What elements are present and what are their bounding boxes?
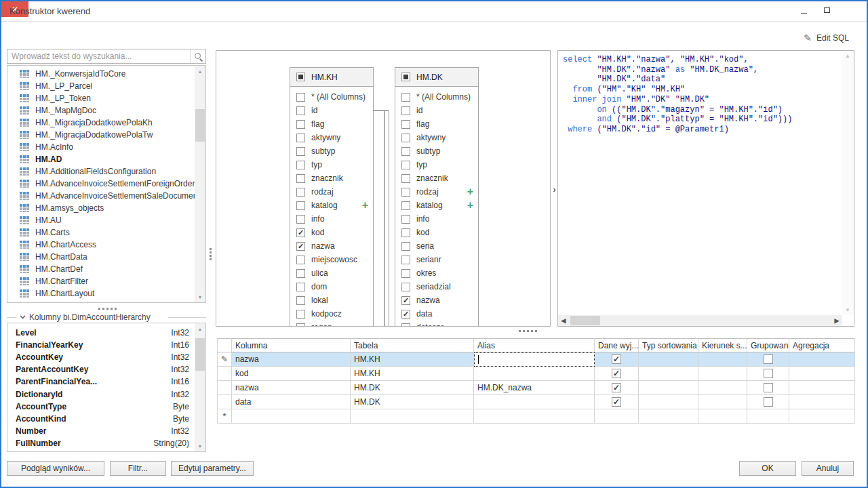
cell-agregacja[interactable]: [789, 352, 855, 367]
cell-alias[interactable]: [474, 395, 595, 409]
column-checkbox[interactable]: [296, 269, 305, 278]
scroll-up-icon[interactable]: ▲: [195, 66, 205, 77]
table-column-row[interactable]: miejscowosc: [290, 253, 373, 266]
table-list-item[interactable]: HM.amsys_objects: [7, 202, 195, 214]
column-checkbox[interactable]: [296, 242, 305, 251]
cell-grupowanie[interactable]: [747, 367, 789, 381]
table-list-item[interactable]: HM.AdvanceInvoiceSettlementSaleDocument: [7, 190, 195, 202]
column-checkbox[interactable]: [296, 228, 305, 237]
grid-header-cell[interactable]: Tabela: [351, 338, 474, 352]
table-column-row[interactable]: typ: [290, 158, 373, 171]
table-list-item[interactable]: HM._LP_Token: [7, 92, 195, 104]
cell-dane-wyjsciowe[interactable]: [595, 395, 639, 409]
scroll-down-icon[interactable]: ▼: [195, 441, 205, 451]
column-list-item[interactable]: AccountTypeByte: [7, 401, 195, 413]
table-column-row[interactable]: rodzaj: [290, 185, 373, 199]
column-checkbox[interactable]: [401, 242, 410, 251]
add-join-icon[interactable]: +: [362, 199, 368, 211]
cell-kierunek[interactable]: [698, 367, 747, 381]
table-list-item[interactable]: HM._MigracjaDodatkowePolaKh: [7, 117, 195, 129]
column-list-item[interactable]: AccountKeyInt32: [7, 351, 195, 363]
output-checkbox[interactable]: [612, 383, 621, 392]
column-checkbox[interactable]: [401, 120, 410, 129]
empty-cell[interactable]: [232, 409, 351, 424]
table-column-row[interactable]: nazwa: [395, 293, 478, 307]
scroll-right-icon[interactable]: ▶: [831, 315, 842, 326]
column-checkbox[interactable]: [296, 147, 305, 156]
table-list-item[interactable]: HM._KonwersjaIdToCore: [7, 68, 195, 80]
grid-header-cell[interactable]: Typ sortowania: [639, 338, 698, 352]
table-column-row[interactable]: info: [290, 212, 373, 226]
column-checkbox[interactable]: [401, 296, 410, 305]
column-checkbox[interactable]: [296, 215, 305, 224]
empty-cell[interactable]: [698, 409, 747, 424]
cell-agregacja[interactable]: [789, 381, 855, 395]
column-checkbox[interactable]: [296, 134, 305, 142]
column-checkbox[interactable]: [401, 323, 410, 327]
diagram-panel[interactable]: HM.KH* (All Columns)idflagaktywnysubtypt…: [216, 50, 551, 327]
column-checkbox[interactable]: [296, 106, 305, 115]
table-column-row[interactable]: subtyp: [395, 144, 478, 158]
grid-header-cell[interactable]: Grupowanie: [747, 338, 789, 352]
table-column-row[interactable]: lokal: [290, 293, 373, 307]
grouping-checkbox[interactable]: [764, 369, 773, 378]
column-list-item[interactable]: FinancialYearKeyInt16: [7, 339, 195, 351]
cell-dane-wyjsciowe[interactable]: [595, 367, 639, 381]
table-column-row[interactable]: aktywny: [290, 131, 373, 144]
empty-cell[interactable]: [789, 409, 855, 424]
table-column-row[interactable]: serianr: [395, 253, 478, 266]
edit-sql-button[interactable]: ✎ Edit SQL: [804, 33, 849, 43]
column-list-item[interactable]: LevelInt32: [7, 327, 195, 339]
scroll-left-icon[interactable]: ◀: [558, 315, 569, 326]
sql-vertical-scrollbar[interactable]: ▲ ▼: [842, 51, 854, 315]
column-checkbox[interactable]: [296, 256, 305, 264]
output-checkbox[interactable]: [612, 354, 621, 364]
column-checkbox[interactable]: [296, 188, 305, 197]
column-list-item[interactable]: NumberInt32: [7, 425, 195, 437]
vertical-splitter[interactable]: [210, 248, 212, 260]
column-checkbox[interactable]: [296, 296, 305, 305]
table-column-row[interactable]: okres: [395, 266, 478, 280]
table-select-checkbox[interactable]: [401, 73, 410, 81]
column-checkbox[interactable]: [401, 161, 410, 169]
table-list-item[interactable]: HM.AU: [7, 214, 195, 226]
grid-header-cell[interactable]: Kierunek s...: [698, 338, 747, 352]
scrollbar-thumb[interactable]: [195, 338, 205, 371]
cell-typ-sortowania[interactable]: [639, 395, 698, 409]
cell-typ-sortowania[interactable]: [639, 381, 698, 395]
scrollbar-thumb[interactable]: [195, 109, 205, 142]
cell-typ-sortowania[interactable]: [639, 352, 698, 367]
collapse-sql-splitter[interactable]: ›: [551, 183, 557, 197]
table-column-row[interactable]: seria: [395, 239, 478, 253]
empty-cell[interactable]: [351, 409, 474, 424]
cell-kolumna[interactable]: data: [232, 395, 351, 409]
table-list-item[interactable]: HM.ChartDef: [7, 263, 195, 275]
column-checkbox[interactable]: [401, 106, 410, 115]
column-checkbox[interactable]: [401, 283, 410, 291]
column-list-item[interactable]: DictionaryIdInt32: [7, 388, 195, 400]
chevron-down-icon[interactable]: [20, 314, 26, 319]
column-checkbox[interactable]: [401, 134, 410, 142]
table-list-item[interactable]: HM._MigracjaDodatkowePolaTw: [7, 129, 195, 141]
empty-cell[interactable]: [747, 409, 789, 424]
search-button[interactable]: [190, 49, 205, 63]
cell-tabela[interactable]: HM.DK: [351, 395, 474, 409]
table-list-item[interactable]: HM._LP_Parcel: [7, 80, 195, 92]
cell-agregacja[interactable]: [789, 367, 855, 381]
table-list-item[interactable]: HM.AcInfo: [7, 141, 195, 153]
column-checkbox[interactable]: [296, 310, 305, 319]
table-card-header[interactable]: HM.KH: [290, 68, 373, 87]
join-line[interactable]: [384, 110, 384, 327]
column-checkbox[interactable]: [401, 215, 410, 224]
table-select-checkbox[interactable]: [296, 73, 305, 81]
empty-cell[interactable]: [474, 409, 595, 424]
table-column-row[interactable]: katalog+: [395, 199, 478, 212]
scroll-up-icon[interactable]: ▲: [843, 53, 852, 59]
output-checkbox[interactable]: [612, 369, 621, 378]
columns-group-header[interactable]: Kolumny bi.DimAccountHierarchy: [7, 312, 206, 322]
cell-dane-wyjsciowe[interactable]: [595, 352, 639, 367]
cell-kierunek[interactable]: [698, 352, 747, 367]
output-checkbox[interactable]: [612, 397, 621, 407]
cell-grupowanie[interactable]: [747, 381, 789, 395]
table-list-item[interactable]: HM.ChartLayout: [7, 287, 195, 300]
